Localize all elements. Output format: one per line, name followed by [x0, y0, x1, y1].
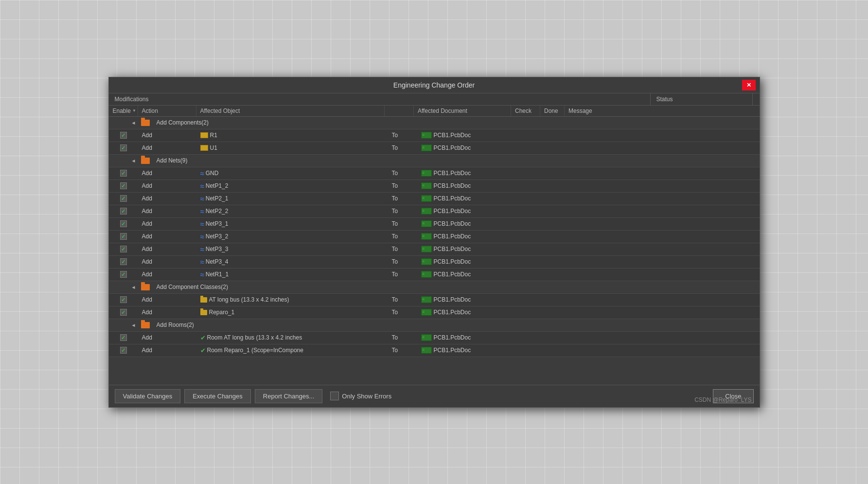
enable-checkbox[interactable]: ✓ — [109, 246, 138, 252]
object-cell: ≈NetP3_3 — [196, 244, 388, 254]
table-body[interactable]: ◄Add Components(2)✓AddR1To≡PCB1.PcbDoc✓A… — [109, 117, 760, 385]
check-cell — [514, 222, 544, 225]
document-cell: ≡PCB1.PcbDoc — [417, 206, 514, 216]
check-cell — [514, 134, 544, 137]
object-cell: ≈NetP3_2 — [196, 232, 388, 242]
close-icon-button[interactable]: ✕ — [742, 80, 756, 90]
to-cell: To — [388, 219, 417, 229]
enable-checkbox[interactable]: ✓ — [109, 208, 138, 215]
to-cell: To — [388, 244, 417, 254]
show-errors-toggle-container: Only Show Errors — [330, 392, 391, 400]
action-cell: Add — [138, 130, 196, 140]
to-cell: To — [388, 269, 417, 279]
check-cell — [514, 336, 544, 339]
to-cell: To — [388, 130, 417, 140]
to-cell: To — [388, 194, 417, 203]
group-expand-icon[interactable]: ◄ — [109, 120, 138, 125]
object-cell: ✔Room AT long bus (13.3 x 4.2 inches — [196, 333, 388, 343]
table-row: ✓AddAT long bus (13.3 x 4.2 inches)To≡PC… — [109, 294, 760, 306]
action-cell: Add — [138, 168, 196, 178]
enable-checkbox[interactable]: ✓ — [109, 195, 138, 202]
done-cell — [544, 172, 568, 175]
message-cell — [568, 260, 760, 263]
document-cell: ≡PCB1.PcbDoc — [417, 143, 514, 153]
done-header: Done — [540, 106, 565, 116]
table-row: ✓Add≈NetP2_2To≡PCB1.PcbDoc — [109, 205, 760, 218]
document-cell: ≡PCB1.PcbDoc — [417, 333, 514, 342]
engineering-change-order-dialog: Engineering Change Order ✕ Modifications… — [108, 77, 760, 408]
document-cell: ≡PCB1.PcbDoc — [417, 232, 514, 241]
action-cell: Add — [138, 295, 196, 305]
object-cell: U1 — [196, 143, 388, 153]
top-header: Modifications Status — [109, 93, 760, 106]
enable-checkbox[interactable]: ✓ — [109, 170, 138, 177]
check-cell — [514, 197, 544, 200]
enable-checkbox[interactable]: ✓ — [109, 144, 138, 151]
title-bar: Engineering Change Order ✕ — [109, 77, 760, 93]
validate-changes-button[interactable]: Validate Changes — [115, 389, 181, 403]
table-container: Modifications Status Enable ▼ Action Aff… — [109, 93, 760, 385]
action-cell: Add — [138, 307, 196, 317]
to-cell: To — [388, 143, 417, 153]
to-cell: To — [388, 295, 417, 305]
group-expand-icon[interactable]: ◄ — [109, 285, 138, 290]
document-cell: ≡PCB1.PcbDoc — [417, 168, 514, 178]
check-cell — [514, 298, 544, 301]
enable-checkbox[interactable]: ✓ — [109, 309, 138, 316]
execute-changes-button[interactable]: Execute Changes — [184, 389, 251, 403]
message-cell — [568, 146, 760, 149]
to-cell: To — [388, 307, 417, 317]
enable-checkbox[interactable]: ✓ — [109, 220, 138, 227]
enable-checkbox[interactable]: ✓ — [109, 347, 138, 354]
table-row: ✓AddU1To≡PCB1.PcbDoc — [109, 142, 760, 155]
to-cell: To — [388, 232, 417, 241]
table-row: ✓Add≈GNDTo≡PCB1.PcbDoc — [109, 167, 760, 180]
table-row: ✓Add≈NetP2_1To≡PCB1.PcbDoc — [109, 193, 760, 205]
enable-checkbox[interactable]: ✓ — [109, 182, 138, 189]
document-cell: ≡PCB1.PcbDoc — [417, 295, 514, 305]
done-cell — [544, 134, 568, 137]
affected-object-header: Affected Object — [196, 106, 385, 116]
check-cell — [514, 248, 544, 251]
report-changes-button[interactable]: Report Changes... — [255, 389, 323, 403]
status-label: Status — [651, 93, 753, 105]
document-cell: ≡PCB1.PcbDoc — [417, 269, 514, 279]
group-expand-icon[interactable]: ◄ — [109, 158, 138, 163]
show-errors-toggle[interactable] — [330, 392, 339, 400]
action-cell: Add — [138, 194, 196, 203]
message-cell — [568, 273, 760, 276]
group-label: Add Components(2) — [153, 117, 760, 128]
action-cell: Add — [138, 244, 196, 254]
enable-header: Enable ▼ — [109, 106, 138, 116]
enable-checkbox[interactable]: ✓ — [109, 233, 138, 240]
enable-dropdown-icon[interactable]: ▼ — [132, 108, 136, 113]
footer: Validate Changes Execute Changes Report … — [109, 385, 760, 407]
show-errors-label: Only Show Errors — [342, 393, 391, 400]
check-cell — [514, 172, 544, 175]
enable-checkbox[interactable]: ✓ — [109, 132, 138, 139]
to-cell: To — [388, 206, 417, 216]
action-cell: Add — [138, 333, 196, 342]
document-cell: ≡PCB1.PcbDoc — [417, 345, 514, 355]
to-cell: To — [388, 181, 417, 191]
check-cell — [514, 273, 544, 276]
object-cell: ≈NetR1_1 — [196, 269, 388, 280]
enable-checkbox[interactable]: ✓ — [109, 258, 138, 265]
table-row: ✓AddReparo_1To≡PCB1.PcbDoc — [109, 306, 760, 319]
group-expand-icon[interactable]: ◄ — [109, 323, 138, 328]
object-cell: ≈NetP2_1 — [196, 194, 388, 204]
group-folder-icon — [138, 322, 153, 328]
enable-checkbox[interactable]: ✓ — [109, 296, 138, 303]
action-cell: Add — [138, 269, 196, 279]
to-cell: To — [388, 257, 417, 267]
enable-checkbox[interactable]: ✓ — [109, 334, 138, 341]
object-cell: ≈NetP3_4 — [196, 257, 388, 267]
message-cell — [568, 311, 760, 314]
done-cell — [544, 235, 568, 238]
modifications-label: Modifications — [109, 93, 651, 105]
message-cell — [568, 235, 760, 238]
document-cell: ≡PCB1.PcbDoc — [417, 194, 514, 203]
sub-header-row: Enable ▼ Action Affected Object Affected… — [109, 106, 760, 117]
enable-checkbox[interactable]: ✓ — [109, 271, 138, 278]
action-header: Action — [138, 106, 196, 116]
